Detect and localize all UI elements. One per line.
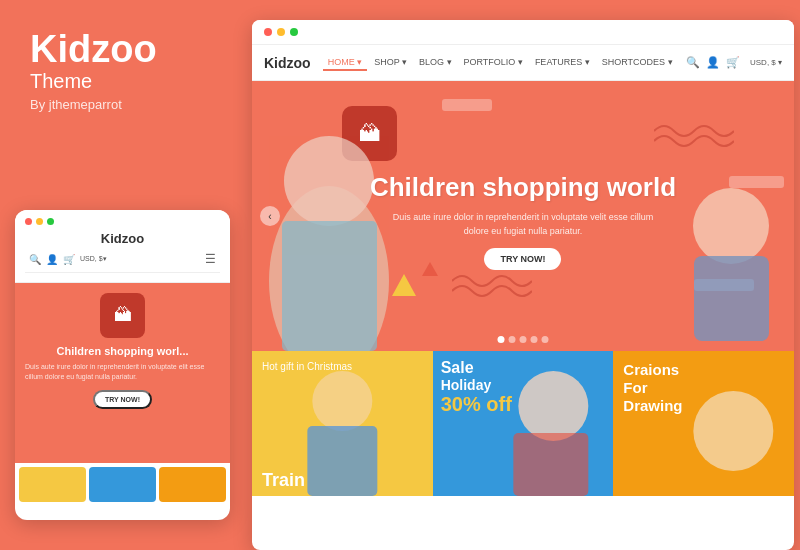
sale-label-middle: Holiday [441, 377, 512, 393]
nav-cart-icon[interactable]: 🛒 [726, 56, 740, 69]
nav-item-shortcodes[interactable]: SHORTCODES ▾ [597, 55, 678, 71]
sale-label-top: Sale [441, 359, 512, 377]
left-panel: Kidzoo Theme By jthemeparrot Kidzoo 🔍 👤 … [0, 0, 250, 550]
hero-cta-button[interactable]: TRY NOW! [484, 248, 561, 270]
desktop-bottom-cards: Hot gift in Christmas Train Sale Holiday… [252, 351, 794, 496]
mobile-nav-icons: 🔍 👤 🛒 USD, $▾ ☰ [25, 250, 220, 268]
nav-item-features[interactable]: FEATURES ▾ [530, 55, 595, 71]
hero-dot-2[interactable] [509, 336, 516, 343]
mobile-hero: 🏔 Children shopping worl... Duis aute ir… [15, 283, 230, 463]
desktop-dot-yellow [277, 28, 285, 36]
deco-rect-top [442, 99, 492, 111]
mobile-brand-name: Kidzoo [25, 231, 220, 246]
mobile-left-icons: 🔍 👤 🛒 USD, $▾ [29, 254, 107, 265]
mobile-search-icon[interactable]: 🔍 [29, 254, 41, 265]
nav-user-icon[interactable]: 👤 [706, 56, 720, 69]
hot-gift-title: Train [262, 471, 305, 491]
mobile-card-blue [89, 467, 156, 502]
svg-rect-8 [513, 433, 588, 496]
desktop-nav: Kidzoo HOME ▾ SHOP ▾ BLOG ▾ PORTFOLIO ▾ … [252, 45, 794, 81]
nav-icons: 🔍 👤 🛒 USD, $ ▾ [686, 56, 782, 69]
nav-item-shop[interactable]: SHOP ▾ [369, 55, 412, 71]
hero-dot-5[interactable] [542, 336, 549, 343]
mobile-hero-desc: Duis aute irure dolor in reprehenderit i… [25, 362, 220, 382]
svg-point-9 [694, 391, 774, 471]
brand-title: Kidzoo [30, 30, 230, 68]
desktop-dot-green [290, 28, 298, 36]
nav-items: HOME ▾ SHOP ▾ BLOG ▾ PORTFOLIO ▾ FEATURE… [323, 55, 682, 71]
mobile-hero-title: Children shopping worl... [25, 344, 220, 358]
nav-item-blog[interactable]: BLOG ▾ [414, 55, 457, 71]
nav-currency[interactable]: USD, $ ▾ [750, 58, 782, 67]
mobile-top-bar: Kidzoo 🔍 👤 🛒 USD, $▾ ☰ [15, 210, 230, 283]
desktop-dot-red [264, 28, 272, 36]
sale-tag: Sale Holiday 30% off [441, 359, 512, 416]
product-card-sale[interactable]: Sale Holiday 30% off [433, 351, 614, 496]
svg-point-1 [284, 136, 374, 226]
mobile-cart-icon[interactable]: 🛒 [63, 254, 75, 265]
svg-rect-6 [307, 426, 377, 496]
product-card-hot-gift[interactable]: Hot gift in Christmas Train [252, 351, 433, 496]
product-card-crayons[interactable]: CraionsForDrawing [613, 351, 794, 496]
nav-search-icon[interactable]: 🔍 [686, 56, 700, 69]
hero-title: Children shopping world [370, 172, 676, 203]
mobile-bottom-cards [15, 463, 230, 506]
svg-rect-4 [694, 256, 769, 341]
desktop-hero: 🏔 Children shopping world Duis aute irur… [252, 81, 794, 351]
hero-prev-button[interactable]: ‹ [260, 206, 280, 226]
hero-dot-3[interactable] [520, 336, 527, 343]
mobile-menu-icon[interactable]: ☰ [205, 252, 216, 266]
brand-subtitle: Theme [30, 70, 230, 93]
svg-rect-2 [282, 221, 377, 351]
deco-waves-bottom-left [452, 271, 532, 301]
sale-percent: 30% off [441, 393, 512, 416]
mobile-logo-icon: 🏔 [114, 305, 132, 326]
mobile-mockup: Kidzoo 🔍 👤 🛒 USD, $▾ ☰ 🏔 Children shoppi… [15, 210, 230, 520]
mobile-card-orange [159, 467, 226, 502]
hero-dots [498, 336, 549, 343]
mobile-dot-yellow [36, 218, 43, 225]
svg-point-3 [693, 188, 769, 264]
nav-item-portfolio[interactable]: PORTFOLIO ▾ [459, 55, 528, 71]
hero-content: Children shopping world Duis aute irure … [370, 172, 676, 270]
mobile-divider [25, 272, 220, 273]
mobile-card-yellow [19, 467, 86, 502]
mobile-dot-red [25, 218, 32, 225]
hero-dot-4[interactable] [531, 336, 538, 343]
mobile-currency-label: USD, $▾ [80, 255, 107, 263]
brand-by: By jthemeparrot [30, 97, 230, 112]
mobile-cta-button[interactable]: TRY NOW! [93, 390, 152, 409]
hot-gift-small-label: Hot gift in Christmas [262, 361, 352, 372]
nav-item-home[interactable]: HOME ▾ [323, 55, 368, 71]
hero-baby-image [679, 171, 784, 341]
mobile-user-icon[interactable]: 👤 [46, 254, 58, 265]
desktop-title-bar [252, 20, 794, 45]
svg-point-5 [312, 371, 372, 431]
deco-waves-top-right [654, 121, 734, 151]
hero-dot-1[interactable] [498, 336, 505, 343]
svg-point-7 [518, 371, 588, 441]
mobile-dot-green [47, 218, 54, 225]
nav-brand: Kidzoo [264, 55, 311, 71]
mobile-logo-box: 🏔 [100, 293, 145, 338]
mobile-window-dots [25, 218, 220, 225]
hero-desc: Duis aute irure dolor in reprehenderit i… [383, 211, 663, 238]
desktop-mockup: Kidzoo HOME ▾ SHOP ▾ BLOG ▾ PORTFOLIO ▾ … [252, 20, 794, 550]
crayons-title: CraionsForDrawing [623, 361, 682, 415]
